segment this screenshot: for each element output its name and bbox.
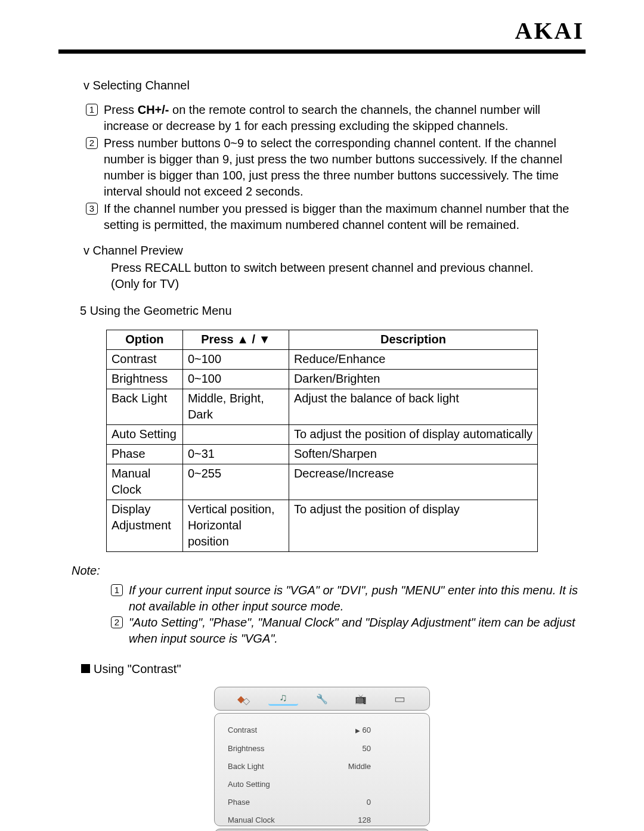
geometric-menu-table: OptionPress ▲ / ▼Description Contrast0~1… (106, 330, 538, 552)
list-item: 3If the channel number you pressed is bi… (86, 201, 586, 233)
osd-row-label: Brightness (228, 740, 264, 756)
table-row: Brightness0~100Darken/Brighten (106, 370, 537, 389)
list-item: 1If your current input source is "VGA" o… (111, 582, 586, 615)
osd-row: Back LightMiddle (228, 758, 371, 774)
table-cell: 0~255 (182, 464, 289, 500)
osd-tab-screen-icon (385, 692, 414, 706)
list-item-text: Press number buttons 0~9 to select the c… (104, 135, 586, 200)
osd-tab-setup-icon (307, 692, 337, 706)
osd-row-label: Manual Clock (228, 812, 275, 828)
osd-row: Manual Clock128 (228, 812, 371, 828)
list-item-text: If your current input source is "VGA" or… (129, 582, 586, 615)
osd-row: Auto Setting (228, 776, 371, 792)
boxed-number-icon: 1 (86, 104, 98, 116)
list-item: 2"Auto Setting", "Phase", "Manual Clock"… (111, 615, 586, 647)
channel-preview-line2: (Only for TV) (111, 276, 586, 292)
table-cell: Display Adjustment (106, 500, 182, 552)
table-cell: 0~100 (182, 350, 289, 370)
table-cell: Darken/Brighten (289, 370, 537, 389)
osd-screenshot: Contrast60Brightness50Back LightMiddleAu… (214, 687, 430, 831)
list-item: 1Press CH+/- on the remote control to se… (86, 102, 586, 134)
boxed-number-icon: 2 (86, 137, 98, 149)
list-item: 2Press number buttons 0~9 to select the … (86, 135, 586, 200)
boxed-number-icon: 3 (86, 203, 98, 215)
boxed-number-icon: 2 (111, 616, 123, 628)
osd-row-label: Contrast (228, 722, 257, 739)
table-row: Auto SettingTo adjust the position of di… (106, 425, 537, 445)
geometric-menu-heading: 5 Using the Geometric Menu (80, 303, 586, 319)
square-bullet-icon (81, 664, 90, 673)
osd-row: Phase0 (228, 794, 371, 810)
osd-row: Brightness50 (228, 740, 371, 756)
table-cell: 0~100 (182, 370, 289, 389)
table-cell: Decrease/Increase (289, 464, 537, 500)
table-row: Display AdjustmentVertical position, Hor… (106, 500, 537, 552)
using-contrast-heading: Using "Contrast" (81, 661, 586, 677)
brand-logo: AKAI (58, 17, 586, 45)
osd-tab-strip (214, 687, 430, 711)
list-item-text: If the channel number you pressed is big… (104, 201, 586, 233)
table-header: Press ▲ / ▼ (182, 330, 289, 350)
osd-body: Contrast60Brightness50Back LightMiddleAu… (214, 713, 430, 826)
osd-row: Contrast60 (228, 722, 371, 739)
note-label: Note: (72, 563, 586, 579)
table-cell: Manual Clock (106, 464, 182, 500)
osd-footer: Geometric Select▲▼ Back◀ AdjustENTER (214, 829, 430, 831)
table-cell: Adjust the balance of back light (289, 389, 537, 425)
osd-tab-tv-icon (346, 692, 376, 706)
table-row: Contrast0~100Reduce/Enhance (106, 350, 537, 370)
channel-preview-line1: Press RECALL button to switch between pr… (111, 260, 586, 276)
table-cell: 0~31 (182, 445, 289, 464)
table-cell: Middle, Bright, Dark (182, 389, 289, 425)
osd-row-label: Phase (228, 794, 250, 810)
osd-row-value: Middle (348, 758, 371, 774)
selecting-channel-list: 1Press CH+/- on the remote control to se… (86, 102, 586, 233)
top-rule (58, 49, 586, 54)
osd-row-label: Auto Setting (228, 776, 270, 792)
osd-tab-audio-icon (268, 692, 298, 706)
osd-tab-geometric-icon (230, 692, 259, 706)
table-cell: Contrast (106, 350, 182, 370)
osd-row-label: Back Light (228, 758, 264, 774)
table-cell: Brightness (106, 370, 182, 389)
page-content: v Selecting Channel 1Press CH+/- on the … (58, 77, 586, 831)
osd-row-value: 0 (367, 794, 371, 810)
table-header: Option (106, 330, 182, 350)
channel-preview-heading: v Channel Preview (83, 243, 586, 259)
table-cell: Vertical position, Horizontal position (182, 500, 289, 552)
osd-row-value: 60 (355, 722, 371, 739)
list-item-text: Press CH+/- on the remote control to sea… (104, 102, 586, 134)
table-cell: Reduce/Enhance (289, 350, 537, 370)
selecting-channel-heading: v Selecting Channel (83, 77, 586, 94)
osd-row-value: 128 (358, 812, 371, 828)
table-cell: To adjust the position of display automa… (289, 425, 537, 445)
boxed-number-icon: 1 (111, 584, 123, 596)
table-cell: Auto Setting (106, 425, 182, 445)
table-cell (182, 425, 289, 445)
list-item-text: "Auto Setting", "Phase", "Manual Clock" … (129, 615, 586, 647)
osd-row-value: 50 (363, 740, 371, 756)
table-row: Manual Clock0~255Decrease/Increase (106, 464, 537, 500)
table-row: Phase0~31Soften/Sharpen (106, 445, 537, 464)
table-cell: Soften/Sharpen (289, 445, 537, 464)
using-contrast-text: Using "Contrast" (94, 662, 181, 675)
table-cell: Phase (106, 445, 182, 464)
table-row: Back LightMiddle, Bright, DarkAdjust the… (106, 389, 537, 425)
table-cell: Back Light (106, 389, 182, 425)
note-list: 1If your current input source is "VGA" o… (111, 582, 586, 647)
table-header: Description (289, 330, 537, 350)
table-cell: To adjust the position of display (289, 500, 537, 552)
